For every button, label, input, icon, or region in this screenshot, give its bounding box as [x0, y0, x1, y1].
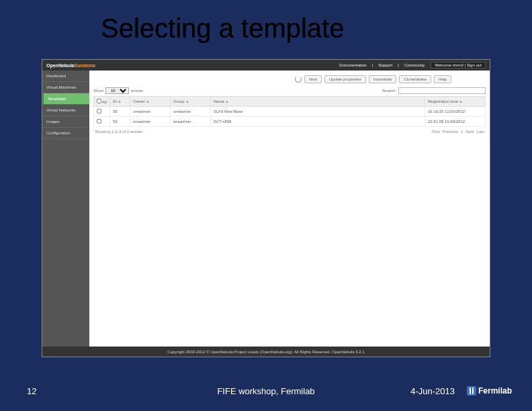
- toolbar: New Update properties Instantiate Clone/…: [93, 73, 486, 85]
- page-current[interactable]: 1: [461, 130, 463, 134]
- sidebar-item-templates[interactable]: Templates: [42, 93, 89, 105]
- show-prefix: Show: [93, 89, 103, 93]
- brand: OpenNebulaSunstone: [46, 63, 95, 68]
- sort-icon[interactable]: ◆: [146, 99, 149, 103]
- sort-icon[interactable]: ◆: [226, 99, 228, 103]
- select-all-checkbox[interactable]: [97, 99, 101, 103]
- help-button[interactable]: Help: [434, 75, 451, 83]
- search-input[interactable]: [398, 87, 486, 94]
- page-prev[interactable]: Previous: [443, 130, 458, 134]
- main-panel: New Update properties Instantiate Clone/…: [89, 71, 490, 347]
- app-topbar: OpenNebulaSunstone Documentation | Suppo…: [42, 60, 490, 71]
- sidebar-item-dashboard[interactable]: Dashboard: [42, 71, 89, 82]
- update-button[interactable]: Update properties: [324, 75, 366, 83]
- sidebar-item-vnets[interactable]: Virtual Networks: [42, 105, 89, 116]
- showing-info: Showing 1 to 2 of 2 entries: [95, 130, 142, 134]
- instantiate-button[interactable]: Instantiate: [369, 75, 397, 83]
- page-first[interactable]: First: [432, 130, 440, 134]
- app-window: OpenNebulaSunstone Documentation | Suppo…: [42, 59, 490, 357]
- table-header-row: All ID◆ Owner◆ Group◆ Name◆ Registration…: [94, 97, 486, 107]
- sort-icon[interactable]: ◆: [186, 99, 189, 103]
- sort-icon[interactable]: ◆: [459, 99, 462, 103]
- slide-date: 4-Jun-2013: [410, 386, 455, 396]
- page-last[interactable]: Last: [477, 130, 484, 134]
- pagination: First Previous 1 Next Last: [432, 130, 484, 134]
- templates-table: All ID◆ Owner◆ Group◆ Name◆ Registration…: [93, 96, 486, 127]
- link-documentation[interactable]: Documentation: [337, 63, 368, 67]
- show-select[interactable]: 10: [105, 87, 129, 94]
- link-support[interactable]: Support: [376, 63, 394, 67]
- slide-title: Selecting a template: [0, 13, 532, 44]
- topbar-links: Documentation | Support | Community: [337, 63, 427, 67]
- clonedelete-button[interactable]: Clone/delete: [399, 75, 431, 83]
- fermilab-logo: Fermilab: [467, 386, 512, 396]
- show-suffix: entries: [131, 89, 143, 93]
- show-row: Show 10 entries Search:: [93, 85, 486, 96]
- slide-footer: 12 FIFE workshop, Fermilab 4-Jun-2013 Fe…: [0, 383, 532, 399]
- sidebar-item-vms[interactable]: Virtual Machines: [42, 82, 89, 93]
- welcome-box[interactable]: Welcome timm2 | Sign out: [431, 62, 486, 68]
- slide-footer-center: FIFE workshop, Fermilab: [217, 386, 314, 396]
- row-checkbox[interactable]: [97, 119, 101, 124]
- slide-number: 12: [27, 386, 36, 396]
- table-row[interactable]: 53 oneadmin oneadmin SCT-slf58 22:31:08 …: [94, 117, 486, 127]
- sidebar: Dashboard Virtual Machines Templates Vir…: [42, 71, 89, 347]
- table-footer: Showing 1 to 2 of 2 entries First Previo…: [93, 127, 486, 136]
- search-label: Search:: [382, 89, 396, 93]
- page-next[interactable]: Next: [466, 130, 474, 134]
- row-checkbox[interactable]: [97, 109, 101, 113]
- sort-icon[interactable]: ◆: [118, 99, 121, 103]
- link-community[interactable]: Community: [402, 63, 427, 67]
- table-row[interactable]: 58 oneadmin oneadmin SLF6 New Base 16:16…: [94, 107, 486, 117]
- sidebar-item-config[interactable]: Configuration: [42, 128, 89, 139]
- new-button[interactable]: New: [304, 75, 322, 83]
- sidebar-item-images[interactable]: Images: [42, 116, 89, 128]
- refresh-icon[interactable]: [295, 76, 302, 83]
- fermilab-icon: [467, 386, 476, 396]
- app-footer: Copyright 2002-2012 © OpenNebula Project…: [42, 347, 490, 357]
